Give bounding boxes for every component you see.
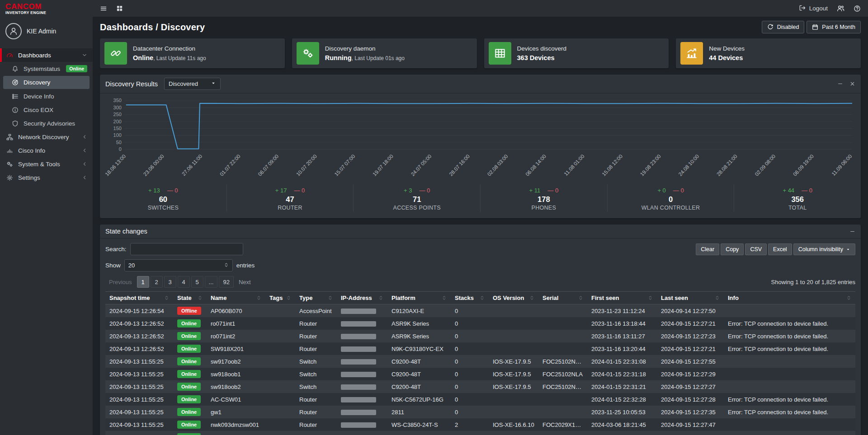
minimize-panel-button[interactable] [837, 81, 843, 87]
pagination-next[interactable]: Next [235, 276, 255, 288]
brand-logo[interactable]: CANCOM INVENTORY ENGINE [0, 0, 93, 17]
column-header-name[interactable]: Name [207, 292, 265, 304]
sidebar-item-network-discovery[interactable]: Network Discovery [0, 130, 93, 144]
column-header-state[interactable]: State [173, 292, 207, 304]
pagination-page-92[interactable]: 92 [219, 276, 233, 288]
column-header-info[interactable]: Info [724, 292, 855, 304]
csv-button[interactable]: CSV [745, 243, 767, 255]
column-header-ip-address[interactable]: IP-Address [337, 292, 387, 304]
table-cell: 0 [451, 330, 489, 342]
column-label: OS Version [493, 295, 524, 301]
pagination-page-[interactable]: ... [205, 276, 218, 288]
stat-card-devices-discoverd: Devices discoverd363 Devices [484, 38, 669, 68]
apps-grid-button[interactable] [116, 5, 123, 12]
sidebar-item-cisco-eox[interactable]: Cisco EOX [0, 103, 93, 117]
table-cell [724, 355, 855, 368]
table-row[interactable]: 2024-09-13 11:55:25OnlineAC-CSW01RouterN… [105, 393, 855, 406]
stat-count: 71 [354, 195, 480, 204]
table-row[interactable]: 2024-09-13 11:55:25Onlinenwk097lansw004R… [105, 431, 855, 435]
sidebar-item-dashboards[interactable]: Dashboards [0, 48, 93, 62]
svg-text:01.07 22:00: 01.07 22:00 [219, 154, 241, 177]
table-row[interactable]: 2024-09-13 12:26:52OnlineSW918X201Router… [105, 342, 855, 355]
state-changes-panel-header: State changes [100, 225, 861, 239]
entries-label: entries [236, 262, 255, 269]
card-title: Datacenter Connection [133, 45, 206, 52]
clear-button[interactable]: Clear [696, 243, 719, 255]
stat-card-datacenter-connection: Datacenter ConnectionOnline, Last Update… [100, 38, 285, 68]
column-header-platform[interactable]: Platform [387, 292, 451, 304]
pagination-page-4[interactable]: 4 [178, 276, 190, 288]
pagination-page-2[interactable]: 2 [151, 276, 163, 288]
table-cell: FOC25102NKR [538, 355, 587, 368]
table-cell [538, 304, 587, 318]
svg-text:27.06 11:00: 27.06 11:00 [181, 154, 203, 177]
discovery-filter-select[interactable]: Discovered [164, 78, 221, 90]
redacted-ip [341, 384, 376, 390]
column-header-type[interactable]: Type [295, 292, 337, 304]
chevron-left-icon [82, 175, 87, 180]
column-visibility-button[interactable]: Column invisibility [793, 243, 855, 255]
sidebar-item-device-info[interactable]: Device Info [0, 89, 93, 103]
pagination-page-1[interactable]: 1 [137, 276, 149, 288]
table-row[interactable]: 2024-09-15 12:26:54OfflineAP060B070Acces… [105, 304, 855, 318]
sidebar-item-discovery[interactable]: Discovery [3, 76, 90, 89]
sidebar-item-cisco-info[interactable]: Cisco Info [0, 144, 93, 157]
table-cell: AC-CSW01 [207, 393, 265, 406]
logout-button[interactable]: Logout [799, 5, 828, 13]
sidebar-item-systemstatus[interactable]: SystemstatusOnline [0, 62, 93, 75]
search-input[interactable] [130, 243, 243, 255]
search-row: Search: ClearCopyCSVExcelColumn invisibi… [105, 243, 855, 255]
sort-icon [578, 295, 583, 300]
redacted-ip [341, 397, 376, 402]
column-header-serial[interactable]: Serial [538, 292, 587, 304]
pagination-page-3[interactable]: 3 [164, 276, 176, 288]
sidebar-item-system-tools[interactable]: System & Tools [0, 157, 93, 171]
sidebar-item-settings[interactable]: Settings [0, 171, 93, 184]
state-badge: Online [177, 345, 201, 353]
stat-count: 0 [608, 195, 734, 204]
table-row[interactable]: 2024-09-13 11:55:25Onlinesw917oob2Switch… [105, 355, 855, 368]
copy-button[interactable]: Copy [721, 243, 744, 255]
past-6-month-button[interactable]: Past 6 Month [807, 21, 861, 33]
column-header-tags[interactable]: Tags [265, 292, 295, 304]
ip-cell [337, 393, 387, 406]
chevron-left-icon [82, 161, 87, 167]
state-badge: Offline [177, 307, 201, 315]
minimize-panel-button[interactable] [849, 229, 855, 234]
table-row[interactable]: 2024-09-13 12:26:52Onlinero071int1Router… [105, 317, 855, 330]
close-panel-button[interactable] [849, 81, 855, 87]
table-cell: 0 [451, 355, 489, 368]
column-header-first-seen[interactable]: First seen [587, 292, 657, 304]
table-row[interactable]: 2024-09-13 12:26:52Onlinero071int2Router… [105, 330, 855, 342]
table-row[interactable]: 2024-09-13 11:55:25Onlinegw1Router281102… [105, 406, 855, 418]
discovery-panel-header: Discovery Results Discovered [100, 75, 861, 94]
table-cell: FOC25102NM0 [538, 380, 587, 393]
svg-text:300: 300 [113, 105, 122, 110]
sidebar-item-security-advisories[interactable]: Security Advisories [0, 117, 93, 130]
state-badge: Online [177, 319, 201, 327]
chevron-left-icon [82, 134, 87, 140]
table-row[interactable]: 2024-09-13 11:55:25Onlinesw918oob2Switch… [105, 380, 855, 393]
column-header-stacks[interactable]: Stacks [451, 292, 489, 304]
table-row[interactable]: 2024-09-13 11:55:25Onlinenwk093dmzsw001R… [105, 418, 855, 431]
page-length-select[interactable]: 20 [124, 259, 233, 271]
disabled-button[interactable]: Disabled [762, 21, 805, 33]
table-row[interactable]: 2024-09-13 11:55:25Onlinesw918oob1Switch… [105, 368, 855, 380]
table-cell: 2024-09-15 12:27:35 [657, 406, 724, 418]
excel-button[interactable]: Excel [768, 243, 792, 255]
sidebar-item-label: Cisco Info [18, 147, 45, 154]
pagination-page-5[interactable]: 5 [191, 276, 203, 288]
users-button[interactable] [837, 5, 844, 12]
hamburger-icon [100, 5, 107, 12]
shield-icon [12, 120, 19, 127]
bell-icon [11, 65, 19, 72]
column-header-snapshot-time[interactable]: Snapshot time [105, 292, 173, 304]
sort-icon [529, 295, 534, 300]
help-button[interactable] [854, 5, 861, 12]
column-header-last-seen[interactable]: Last seen [657, 292, 724, 304]
table-cell: 2024-01-15 22:32:28 [587, 393, 657, 406]
menu-toggle-button[interactable] [100, 5, 107, 12]
table-cell: 2024-03-06 18:21:45 [587, 418, 657, 431]
pagination-previous[interactable]: Previous [105, 276, 136, 288]
column-header-os-version[interactable]: OS Version [489, 292, 538, 304]
